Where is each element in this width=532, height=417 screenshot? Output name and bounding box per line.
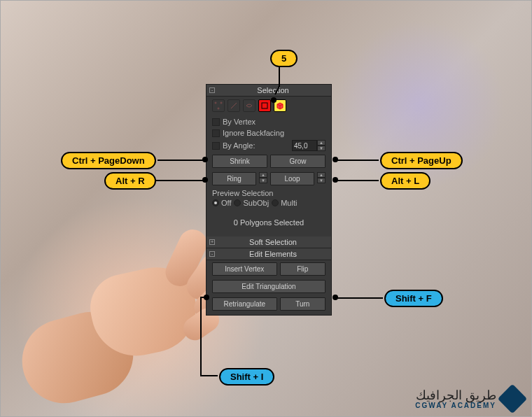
edit-triangulation-button[interactable]: Edit Triangulation xyxy=(212,280,326,293)
callout-dot xyxy=(271,97,276,103)
rollout-title-editelements: Edit Elements xyxy=(218,250,328,258)
svg-rect-3 xyxy=(262,103,267,108)
collapse-icon[interactable]: - xyxy=(209,87,215,93)
svg-point-2 xyxy=(218,108,219,109)
callout-dot xyxy=(202,157,208,162)
selection-status: 0 Polygons Selected xyxy=(206,211,331,236)
shortcut-loop: Alt + L xyxy=(380,172,430,190)
shortcut-shrink: Ctrl + PageDown xyxy=(61,152,156,169)
callout-lead xyxy=(335,160,379,161)
preview-multi-radio[interactable]: Multi xyxy=(272,199,297,207)
ring-spinner[interactable]: ▲▼ xyxy=(259,172,267,185)
border-mode-icon[interactable] xyxy=(243,99,255,112)
rollout-header-selection[interactable]: - Selection xyxy=(206,85,331,97)
by-vertex-checkbox[interactable]: By Vertex xyxy=(206,116,331,127)
shortcut-element-mode: 5 xyxy=(270,50,298,67)
loop-button[interactable]: Loop xyxy=(270,172,314,185)
rollout-title-softselection: Soft Selection xyxy=(218,238,328,246)
ring-button[interactable]: Ring xyxy=(212,172,256,185)
brand-logo: طريق الجرافيك CGWAY ACADEMY xyxy=(415,388,523,409)
brand-latin: CGWAY ACADEMY xyxy=(415,402,496,409)
insert-vertex-button[interactable]: Insert Vertex xyxy=(212,262,277,276)
preview-subobj-radio[interactable]: SubObj xyxy=(234,199,269,207)
callout-dot xyxy=(202,177,208,183)
shortcut-ring: Alt + R xyxy=(104,172,156,190)
loop-spinner[interactable]: ▲▼ xyxy=(317,172,326,185)
svg-point-1 xyxy=(220,102,222,104)
brand-mark-icon xyxy=(498,384,527,414)
callout-dot xyxy=(204,295,209,300)
callout-dot xyxy=(332,157,338,162)
callout-lead xyxy=(152,180,204,181)
callout-dot xyxy=(332,177,338,183)
rollout-header-softselection[interactable]: + Soft Selection xyxy=(206,236,331,248)
spinner-up-icon[interactable]: ▲ xyxy=(317,140,326,146)
svg-point-0 xyxy=(215,102,216,104)
polygon-mode-icon[interactable] xyxy=(258,99,271,112)
callout-lead xyxy=(335,180,379,181)
ignore-backfacing-checkbox[interactable]: Ignore Backfacing xyxy=(206,127,331,139)
expand-icon[interactable]: + xyxy=(209,239,215,245)
shortcut-insert-vertex: Shift + I xyxy=(219,368,274,386)
rollout-title-selection: Selection xyxy=(218,86,328,94)
callout-lead xyxy=(158,160,204,161)
modifier-panel: - Selection By Vertex Ignore Backfacing … xyxy=(206,84,332,316)
turn-button[interactable]: Turn xyxy=(280,297,326,311)
grow-button[interactable]: Grow xyxy=(270,155,326,168)
angle-value-input[interactable] xyxy=(292,140,317,151)
shrink-button[interactable]: Shrink xyxy=(212,155,267,168)
preview-selection-label: Preview Selection xyxy=(206,188,331,197)
shortcut-flip: Shift + F xyxy=(384,290,443,307)
spinner-down-icon[interactable]: ▼ xyxy=(317,146,326,151)
rollout-header-editelements[interactable]: - Edit Elements xyxy=(206,248,331,260)
collapse-icon[interactable]: - xyxy=(209,251,215,257)
vertex-mode-icon[interactable] xyxy=(212,99,225,112)
callout-lead xyxy=(335,297,383,299)
edge-mode-icon[interactable] xyxy=(227,99,240,112)
callout-lead xyxy=(274,65,288,99)
brand-arabic: طريق الجرافيك xyxy=(415,389,496,402)
callout-lead xyxy=(198,295,226,379)
preview-off-radio[interactable]: Off xyxy=(212,199,231,207)
angle-spinner[interactable]: ▲▼ xyxy=(292,140,326,151)
flip-button[interactable]: Flip xyxy=(280,262,326,276)
shortcut-grow: Ctrl + PageUp xyxy=(380,152,463,169)
by-angle-checkbox[interactable]: By Angle: xyxy=(212,141,255,150)
callout-dot xyxy=(332,295,338,300)
